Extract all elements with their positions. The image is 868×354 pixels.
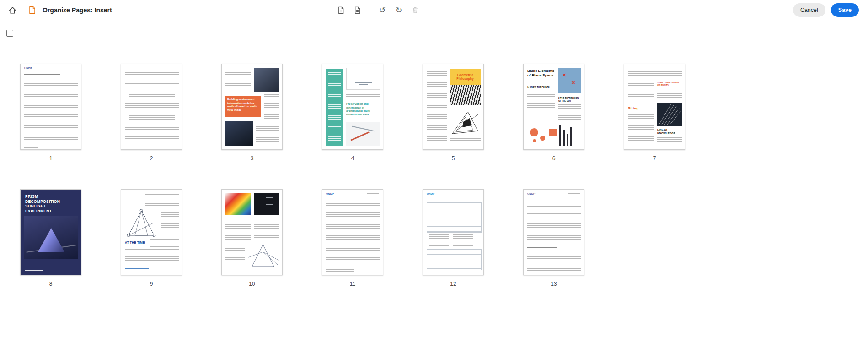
page-number: 12 xyxy=(450,281,456,287)
page-cell: Basic Elements of Plane Space ✕ ✕ 1. KNO… xyxy=(504,64,604,162)
text-lines xyxy=(145,194,179,206)
title-block: Geometric Philosophy xyxy=(450,69,481,85)
string-label: String xyxy=(628,106,638,111)
text-lines xyxy=(25,263,57,268)
page-cell: Building environment information modelin… xyxy=(202,64,302,162)
photo-person xyxy=(225,121,253,146)
cover-title: PRISM DECOMPOSITION SUNLIGHT EXPERIMENT xyxy=(25,194,64,214)
text-lines xyxy=(326,224,380,245)
text-lines xyxy=(264,94,279,120)
sketch-monitor xyxy=(346,68,380,90)
text-lines xyxy=(125,249,179,264)
thumbnail-page-1[interactable]: UNDP xyxy=(20,64,81,150)
prism xyxy=(38,228,64,252)
text-lines xyxy=(326,248,380,267)
text-lines xyxy=(527,222,581,230)
selection-bar xyxy=(0,20,868,46)
text-lines xyxy=(427,70,447,102)
text-lines xyxy=(527,265,581,271)
text-lines xyxy=(328,72,341,100)
page-number: 6 xyxy=(552,155,556,162)
text-lines xyxy=(24,105,78,117)
monitor-base xyxy=(359,84,368,85)
cube-photo xyxy=(254,193,279,215)
page-number: 7 xyxy=(653,155,656,162)
text-lines xyxy=(24,93,78,103)
thumbnail-page-7[interactable]: 3 THE COMPOSITION OF POINTS String LINE … xyxy=(624,64,685,150)
spectrum-photo xyxy=(225,193,251,215)
organize-pages-icon xyxy=(25,3,39,17)
select-all-checkbox[interactable] xyxy=(6,30,13,37)
thumbnail-page-8[interactable]: PRISM DECOMPOSITION SUNLIGHT EXPERIMENT xyxy=(20,189,81,275)
replace-page-icon xyxy=(353,6,362,15)
footer-line xyxy=(24,147,38,149)
thumbnail-page-9[interactable]: AT THE TIME xyxy=(121,189,182,275)
text-lines xyxy=(24,132,78,140)
text-lines xyxy=(125,267,149,270)
text-lines xyxy=(628,68,682,79)
text-lines xyxy=(65,68,77,69)
save-button[interactable]: Save xyxy=(831,3,859,17)
rotate-right-button[interactable]: ↻ xyxy=(392,3,406,17)
bar xyxy=(567,134,568,146)
page-number: 2 xyxy=(150,155,153,162)
thumbnail-page-6[interactable]: Basic Elements of Plane Space ✕ ✕ 1. KNO… xyxy=(523,64,584,150)
cancel-button[interactable]: Cancel xyxy=(793,3,825,17)
heading-line xyxy=(442,199,465,200)
thumbnail-page-5[interactable]: Geometric Philosophy xyxy=(423,64,484,150)
replace-page-button[interactable] xyxy=(350,3,364,17)
rotate-left-icon: ↺ xyxy=(379,6,386,14)
thumbnail-page-4[interactable]: Preservation and Inheritance of architec… xyxy=(322,64,383,150)
geometry-sketch xyxy=(450,108,481,136)
text-lines xyxy=(24,143,54,146)
thumbnail-page-12[interactable]: UNDP xyxy=(423,189,484,275)
blue-heading-line xyxy=(527,261,547,262)
page-cell: AT THE TIME 9 xyxy=(101,189,202,287)
insert-page-button[interactable] xyxy=(334,3,348,17)
section-heading: 3 THE COMPOSITION OF POINTS xyxy=(657,82,682,87)
thumbnail-page-13[interactable]: UNDP xyxy=(523,189,584,275)
thumbnail-page-10[interactable] xyxy=(221,189,283,275)
rotate-left-button[interactable]: ↺ xyxy=(375,3,389,17)
text-lines xyxy=(326,269,354,272)
monitor-stand xyxy=(362,82,365,83)
undp-logo: UNDP xyxy=(24,67,32,71)
heading-line xyxy=(24,74,60,76)
text-lines xyxy=(24,78,78,90)
page-number: 11 xyxy=(350,281,355,287)
text-lines xyxy=(326,200,380,219)
text-lines xyxy=(527,206,581,215)
sketch-line xyxy=(352,126,374,131)
form-table xyxy=(427,249,482,270)
text-lines xyxy=(427,105,447,142)
photo-strings xyxy=(657,103,682,126)
text-lines xyxy=(527,235,581,245)
undp-logo: UNDP xyxy=(427,192,434,196)
section-heading: 2 THE EXPRESSION OF THE DOT xyxy=(558,97,581,102)
article-title: Preservation and Inheritance of architec… xyxy=(346,103,373,116)
blue-heading-line xyxy=(527,232,551,233)
orange-circle xyxy=(533,139,536,142)
sketch-pencil xyxy=(346,122,380,146)
toolbar: Organize Pages: Insert ↺ ↻ Cancel Save xyxy=(0,0,868,20)
text-lines xyxy=(125,102,179,113)
section-heading: AT THE TIME xyxy=(125,241,145,245)
text-lines xyxy=(346,93,380,100)
home-button[interactable] xyxy=(5,3,19,17)
blue-heading-line xyxy=(527,200,571,203)
thumbnail-page-11[interactable]: UNDP xyxy=(322,189,383,275)
thumbnail-page-3[interactable]: Building environment information modelin… xyxy=(221,64,283,150)
page-cell: Preservation and Inheritance of architec… xyxy=(302,64,403,162)
page-cell: 3 THE COMPOSITION OF POINTS String LINE … xyxy=(604,64,705,162)
text-lines xyxy=(558,104,581,120)
page-cell: UNDP 1 xyxy=(0,64,101,162)
article-title: Building environment information modelin… xyxy=(227,98,259,112)
text-lines xyxy=(25,270,43,272)
page-number: 1 xyxy=(49,155,53,162)
text-lines xyxy=(150,239,179,247)
text-lines xyxy=(450,138,481,143)
text-lines xyxy=(225,69,251,92)
delete-pages-button[interactable] xyxy=(408,3,422,17)
grid-row-1: UNDP 1 2 xyxy=(0,64,868,162)
thumbnail-page-2[interactable] xyxy=(121,64,182,150)
